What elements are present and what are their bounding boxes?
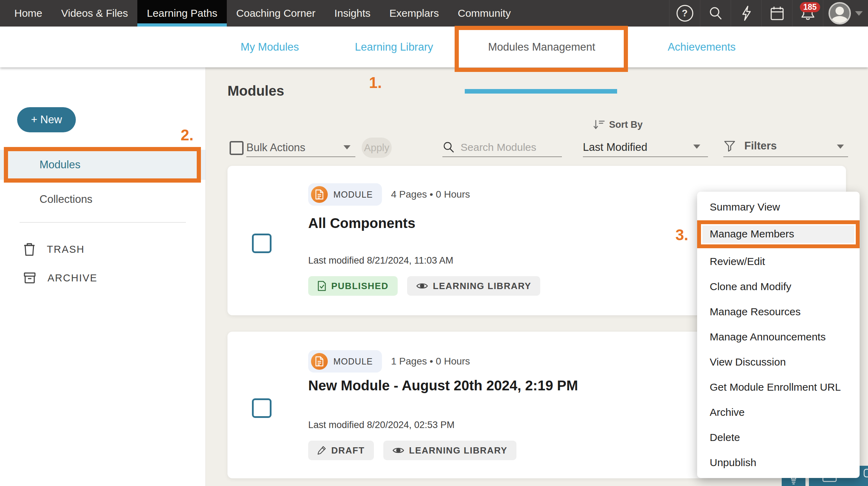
sidebar-divider (20, 222, 186, 223)
trash-icon (23, 242, 36, 257)
menu-item-clone-and-modify[interactable]: Clone and Modify (697, 274, 860, 299)
published-doc-check-icon (317, 281, 326, 291)
annotation-number-1: 1. (369, 74, 382, 91)
menu-item-manage-members[interactable]: Manage Members (697, 220, 860, 248)
module-type-label: MODULE (333, 190, 373, 200)
annotation-number-3: 3. (675, 226, 688, 244)
tab-my-modules[interactable]: My Modules (232, 27, 308, 67)
annotation-number-2: 2. (181, 126, 194, 144)
archive-label: ARCHIVE (48, 272, 97, 284)
search-input[interactable] (460, 141, 556, 154)
menu-item-review-edit[interactable]: Review/Edit (697, 249, 860, 274)
sidebar: + New Modules Collections TRASH ARCHIVE (0, 67, 206, 486)
tab-achievements[interactable]: Achievements (651, 27, 752, 67)
sidebar-item-archive[interactable]: ARCHIVE (23, 271, 97, 285)
calendar-button[interactable] (761, 0, 792, 27)
menu-item-manage-announcements[interactable]: Manage Announcements (697, 324, 860, 349)
module-title[interactable]: All Components (308, 215, 415, 231)
module-title[interactable]: New Module - August 20th 2024, 2:19 PM (308, 378, 578, 393)
bulk-actions-label: Bulk Actions (246, 141, 305, 154)
menu-item-archive[interactable]: Archive (697, 400, 860, 425)
chevron-down-icon (693, 145, 700, 149)
module-type-badge: MODULE (308, 350, 382, 373)
nav-item-home[interactable]: Home (5, 0, 52, 27)
visibility-badge-learning-library: LEARNING LIBRARY (407, 276, 541, 296)
new-button[interactable]: + New (17, 107, 76, 132)
nav-item-exemplars[interactable]: Exemplars (380, 0, 448, 27)
apply-button[interactable]: Apply (362, 138, 392, 158)
active-tab-underline (465, 89, 617, 94)
menu-item-summary-view[interactable]: Summary View (697, 194, 860, 220)
account-menu-button[interactable] (823, 0, 868, 27)
search-icon (442, 141, 455, 154)
sidebar-item-collections[interactable]: Collections (0, 184, 205, 214)
chevron-down-icon (855, 11, 863, 16)
notifications-button[interactable]: 185 (792, 0, 823, 27)
nav-item-coaching-corner[interactable]: Coaching Corner (227, 0, 325, 27)
quick-actions-button[interactable] (731, 0, 761, 27)
search-button[interactable] (700, 0, 731, 27)
module-type-badge: MODULE (308, 183, 382, 206)
status-badge-draft: DRAFT (308, 441, 374, 460)
nav-item-videos-files[interactable]: Videos & Files (52, 0, 137, 27)
eye-icon (392, 446, 404, 455)
sort-icon (593, 119, 605, 130)
chevron-down-icon (343, 145, 350, 149)
menu-item-unpublish[interactable]: Unpublish (697, 450, 860, 475)
learning-paths-header: My Modules Learning Library Modules Mana… (0, 27, 868, 67)
module-document-icon (311, 353, 328, 370)
sidebar-item-trash[interactable]: TRASH (23, 242, 85, 257)
eye-icon (416, 282, 428, 290)
chat-bubbles-icon (863, 469, 868, 483)
module-document-icon (311, 186, 328, 203)
pencil-icon (317, 446, 326, 455)
status-badge-published: PUBLISHED (308, 276, 398, 296)
menu-item-view-discussion[interactable]: View Discussion (697, 349, 860, 375)
tab-modules-management[interactable]: Modules Management (455, 27, 628, 67)
module-checkbox[interactable] (252, 398, 272, 418)
page-title: Modules (227, 83, 284, 99)
top-nav-icon-group: ? 185 (669, 0, 868, 27)
sort-by-label-group: Sort By (593, 119, 643, 130)
sort-dropdown[interactable]: Last Modified (583, 138, 708, 157)
module-badges: PUBLISHED LEARNING LIBRARY (308, 276, 540, 296)
module-type-row: MODULE 1 Pages • 0 Hours (308, 350, 470, 373)
filters-dropdown[interactable]: Filters (723, 135, 848, 157)
search-modules-field[interactable] (442, 138, 562, 157)
module-meta: 4 Pages • 0 Hours (391, 189, 470, 200)
module-last-modified: Last modified 8/21/2024, 11:03 AM (308, 255, 453, 266)
help-button[interactable]: ? (669, 0, 700, 27)
filters-label: Filters (744, 140, 777, 152)
search-icon (708, 6, 723, 21)
visibility-badge-learning-library: LEARNING LIBRARY (383, 441, 517, 460)
avatar (829, 2, 851, 24)
module-meta: 1 Pages • 0 Hours (391, 356, 470, 367)
notification-count-badge: 185 (800, 2, 820, 12)
menu-item-get-module-enrollment-url[interactable]: Get Module Enrollment URL (697, 375, 860, 400)
module-last-modified: Last modified 8/20/2024, 02:53 PM (308, 420, 455, 430)
archive-icon (23, 271, 36, 285)
calendar-icon (769, 5, 785, 21)
nav-item-learning-paths[interactable]: Learning Paths (137, 0, 227, 27)
menu-item-manage-resources[interactable]: Manage Resources (697, 299, 860, 324)
top-nav-items: Home Videos & Files Learning Paths Coach… (0, 0, 520, 27)
tab-learning-library[interactable]: Learning Library (349, 27, 439, 67)
module-checkbox[interactable] (252, 234, 272, 253)
sidebar-item-modules[interactable]: Modules (0, 150, 205, 180)
chevron-down-icon (837, 145, 844, 149)
lightning-icon (739, 5, 753, 21)
top-navigation-bar: Home Videos & Files Learning Paths Coach… (0, 0, 868, 27)
module-type-row: MODULE 4 Pages • 0 Hours (308, 183, 470, 206)
sort-value: Last Modified (583, 141, 647, 154)
bulk-actions-dropdown[interactable]: Bulk Actions (246, 139, 355, 157)
help-icon: ? (677, 5, 693, 22)
module-actions-menu: Summary View Manage Members Review/Edit … (697, 192, 860, 478)
nav-item-insights[interactable]: Insights (325, 0, 380, 27)
module-type-label: MODULE (333, 356, 373, 367)
filter-funnel-icon (723, 140, 736, 152)
trash-label: TRASH (47, 244, 85, 255)
nav-item-community[interactable]: Community (448, 0, 520, 27)
menu-item-delete[interactable]: Delete (697, 425, 860, 450)
module-badges: DRAFT LEARNING LIBRARY (308, 441, 516, 460)
bulk-select-checkbox[interactable] (230, 141, 244, 155)
